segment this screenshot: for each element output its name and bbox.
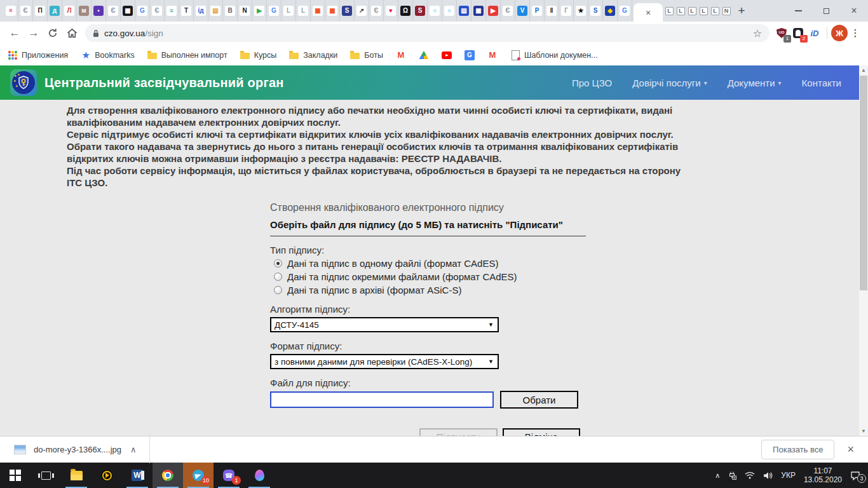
browser-tab[interactable]: ♥: [384, 0, 398, 22]
browser-tab[interactable]: L: [675, 0, 686, 22]
browser-tab[interactable]: L: [698, 0, 709, 22]
browser-menu-button[interactable]: ⋮: [848, 27, 863, 39]
browser-tab[interactable]: T: [179, 0, 194, 22]
providers-registry-link[interactable]: РЕЄСТР НАДАВАЧІВ: [402, 153, 499, 164]
tray-expand-icon[interactable]: ∧: [715, 471, 720, 480]
scrollbar-thumb[interactable]: [860, 76, 867, 290]
browser-tab[interactable]: ↗: [355, 0, 369, 22]
browser-tab[interactable]: ○: [442, 0, 457, 22]
browser-tab[interactable]: ≈: [165, 0, 179, 22]
browser-tab[interactable]: L: [710, 0, 720, 22]
bookmark-item[interactable]: [442, 50, 452, 60]
radio-button[interactable]: [274, 259, 282, 268]
nav-link[interactable]: Документи▾: [728, 78, 782, 88]
cancel-button[interactable]: Відміна: [503, 428, 580, 436]
clock[interactable]: 11:0713.05.2020: [804, 466, 842, 484]
browser-tab[interactable]: ◆: [603, 0, 618, 22]
download-item[interactable]: do-more-y3-1366x....jpg ∧: [0, 437, 143, 463]
scroll-down-icon[interactable]: ▼: [859, 426, 868, 436]
browser-tab[interactable]: ▪: [92, 0, 106, 22]
bookmark-item[interactable]: Курсы: [240, 50, 277, 60]
new-tab-button[interactable]: +: [733, 2, 750, 20]
page-scrollbar[interactable]: ▲ ▼: [859, 65, 868, 436]
browser-tab[interactable]: ▤: [208, 0, 223, 22]
bookmark-item[interactable]: M: [396, 50, 406, 60]
nav-link[interactable]: Довірчі послуги▾: [632, 78, 707, 88]
browser-tab[interactable]: G: [135, 0, 150, 22]
browser-tab[interactable]: Є: [369, 0, 384, 22]
signature-type-option[interactable]: Дані та підпис в архіві (формат ASiC-S): [274, 285, 586, 295]
browser-tab[interactable]: B: [223, 0, 238, 22]
nav-link[interactable]: Про ЦЗО: [572, 78, 612, 88]
browser-tab[interactable]: Ѕ: [588, 0, 603, 22]
browser-tab[interactable]: S: [340, 0, 355, 22]
bookmark-item[interactable]: Выполнен импорт: [147, 50, 227, 60]
close-button[interactable]: ×: [840, 0, 868, 22]
bookmark-item[interactable]: Боты: [350, 50, 383, 60]
browser-tab[interactable]: ід: [194, 0, 208, 22]
nav-link[interactable]: Контакти: [802, 78, 841, 88]
bookmark-item[interactable]: Закладки: [289, 50, 337, 60]
browser-tab[interactable]: L: [687, 0, 697, 22]
taskbar-app-button[interactable]: ☎ 1: [214, 463, 244, 488]
minimize-button[interactable]: [784, 0, 812, 22]
tab-close-icon[interactable]: ×: [646, 8, 651, 17]
browser-tab[interactable]: Ω: [398, 0, 413, 22]
browser-tab[interactable]: П: [33, 0, 48, 22]
bookmark-item[interactable]: [419, 50, 429, 60]
bookmark-item[interactable]: M: [487, 50, 498, 60]
taskbar-app-button[interactable]: [244, 463, 275, 488]
browser-tab[interactable]: Л: [62, 0, 77, 22]
forward-button[interactable]: →: [24, 24, 43, 43]
downloads-close-icon[interactable]: ×: [847, 443, 854, 456]
browser-tab[interactable]: ▦: [121, 0, 135, 22]
show-all-downloads-button[interactable]: Показать все: [761, 440, 834, 459]
scroll-up-icon[interactable]: ▲: [859, 65, 868, 75]
reload-button[interactable]: [43, 24, 62, 43]
format-select[interactable]: з повними даними для перевірки (CAdES-X-…: [270, 354, 499, 369]
browser-tab[interactable]: Є: [18, 0, 33, 22]
browser-tab[interactable]: P: [530, 0, 545, 22]
browser-tab[interactable]: ▦: [311, 0, 325, 22]
sign-button[interactable]: Підписати: [419, 428, 498, 436]
browser-tab[interactable]: Г: [559, 0, 574, 22]
bookmark-item[interactable]: G: [465, 50, 475, 60]
browser-tab[interactable]: ×: [4, 0, 18, 22]
browser-tab[interactable]: G: [267, 0, 281, 22]
browser-tab[interactable]: ▦: [325, 0, 340, 22]
volume-icon[interactable]: [763, 471, 773, 480]
bookmark-item[interactable]: Приложения: [8, 50, 68, 60]
url-text[interactable]: czo.gov.ua/sign: [104, 29, 163, 38]
back-button[interactable]: ←: [5, 24, 24, 43]
choose-file-button[interactable]: Обрати: [500, 391, 578, 409]
browser-tab[interactable]: Є: [501, 0, 515, 22]
browser-tab[interactable]: ‖: [545, 0, 559, 22]
browser-tab[interactable]: д: [48, 0, 62, 22]
browser-tab[interactable]: L: [296, 0, 311, 22]
radio-button[interactable]: [274, 273, 282, 281]
taskbar-app-button[interactable]: [92, 463, 122, 488]
restore-button[interactable]: [812, 0, 840, 22]
signature-type-option[interactable]: Дані та підпис в одному файлі (формат CA…: [274, 258, 586, 269]
browser-tab[interactable]: ▦: [471, 0, 486, 22]
browser-tab[interactable]: Є: [150, 0, 165, 22]
browser-tab[interactable]: ○: [428, 0, 442, 22]
language-indicator[interactable]: УКР: [781, 471, 796, 480]
taskbar-app-button[interactable]: [0, 463, 31, 488]
browser-tab[interactable]: ▤: [457, 0, 471, 22]
bookmark-item[interactable]: Шаблони докумен...: [510, 50, 598, 60]
bookmark-star-icon[interactable]: ☆: [753, 27, 762, 39]
browser-tab[interactable]: N: [238, 0, 252, 22]
taskbar-app-button[interactable]: [31, 463, 61, 488]
signature-type-option[interactable]: Дані та підпис окремими файлами (формат …: [274, 271, 586, 282]
algorithm-select[interactable]: ДСТУ-4145 ▼: [270, 317, 499, 332]
browser-tab[interactable]: ▶: [252, 0, 267, 22]
profile-avatar[interactable]: Ж: [831, 25, 848, 41]
wifi-icon[interactable]: [745, 471, 755, 479]
taskbar-app-button[interactable]: [61, 463, 92, 488]
radio-button[interactable]: [274, 286, 282, 294]
browser-tab-active[interactable]: ×: [634, 3, 663, 22]
id-extension-icon[interactable]: iD: [806, 25, 823, 41]
home-button[interactable]: [62, 24, 81, 43]
ublock-extension-icon[interactable]: UO 1: [773, 25, 790, 41]
